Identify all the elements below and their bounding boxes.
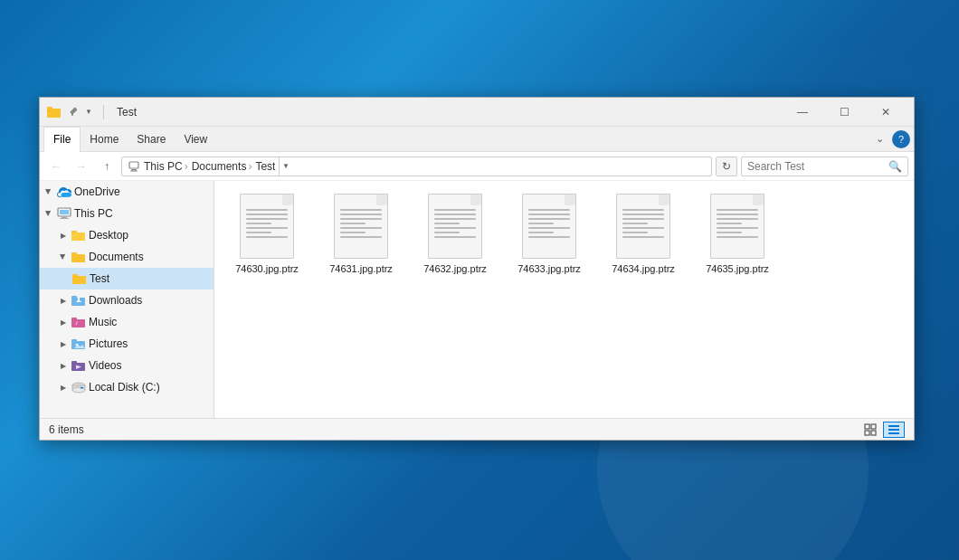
sidebar-item-test[interactable]: Test — [40, 268, 214, 289]
svg-rect-36 — [81, 387, 83, 389]
svg-rect-40 — [871, 431, 876, 435]
thispc-expand-icon: ▶ — [43, 208, 54, 219]
disk-expand-icon: ▶ — [58, 382, 69, 393]
maximize-button[interactable]: ☐ — [823, 98, 865, 127]
file-item-5[interactable]: 74635.jpg.ptrz — [694, 190, 781, 279]
file-icon-3 — [522, 194, 576, 259]
svg-rect-41 — [888, 425, 899, 427]
menu-tab-share[interactable]: Share — [128, 127, 175, 152]
test-label: Test — [90, 272, 109, 285]
svg-rect-22 — [78, 298, 80, 300]
local-disk-icon — [71, 380, 86, 394]
title-separator — [103, 105, 104, 119]
file-name-5: 74635.jpg.ptrz — [706, 262, 769, 275]
address-crumb-documents: Documents › — [192, 160, 252, 173]
pictures-label: Pictures — [89, 337, 128, 350]
file-name-2: 74632.jpg.ptrz — [423, 262, 487, 275]
menu-tab-home[interactable]: Home — [81, 127, 128, 152]
file-area: 74630.jpg.ptrz74631.jpg.ptrz74632.jpg.pt… — [214, 181, 914, 418]
file-icon-5 — [710, 194, 764, 259]
forward-button[interactable]: → — [71, 156, 92, 177]
file-icon-2 — [428, 194, 482, 259]
file-item-2[interactable]: 74632.jpg.ptrz — [412, 190, 498, 279]
test-folder-icon — [72, 271, 87, 286]
title-bar: ▼ Test — ☐ ✕ — [40, 98, 914, 127]
sidebar-item-music[interactable]: ▶ ♪ Music — [40, 311, 214, 333]
menu-expand-icon[interactable]: ⌄ — [870, 130, 888, 148]
sidebar-item-thispc[interactable]: ▶ This PC — [40, 203, 214, 224]
title-folder-icon — [47, 105, 62, 119]
pictures-icon — [71, 337, 86, 351]
sidebar-item-local-disk[interactable]: ▶ Local Disk (C:) — [40, 376, 214, 398]
window-title: Test — [117, 106, 782, 119]
sidebar-item-pictures[interactable]: ▶ Pictures — [40, 333, 214, 355]
svg-rect-42 — [888, 429, 899, 431]
svg-rect-31 — [71, 361, 77, 365]
file-name-1: 74631.jpg.ptrz — [329, 262, 393, 275]
close-button[interactable]: ✕ — [865, 98, 907, 127]
file-item-1[interactable]: 74631.jpg.ptrz — [318, 190, 404, 279]
pictures-expand-icon: ▶ — [58, 338, 69, 349]
file-icon-1 — [334, 194, 388, 259]
file-item-0[interactable]: 74630.jpg.ptrz — [223, 190, 310, 279]
title-bar-icons: ▼ — [47, 105, 109, 119]
search-icon[interactable]: 🔍 — [888, 159, 902, 174]
svg-rect-9 — [60, 210, 69, 214]
sidebar-item-desktop[interactable]: ▶ Desktop — [40, 224, 214, 246]
help-button[interactable]: ? — [892, 130, 910, 148]
item-count: 6 items — [49, 423, 859, 436]
svg-rect-3 — [70, 107, 77, 114]
back-button[interactable]: ← — [45, 156, 67, 177]
svg-text:♪: ♪ — [75, 319, 79, 326]
sidebar-item-documents[interactable]: ▶ Documents — [40, 246, 214, 268]
videos-icon — [71, 358, 86, 373]
documents-expand-icon: ▶ — [58, 252, 69, 262]
file-item-4[interactable]: 74634.jpg.ptrz — [600, 190, 687, 279]
downloads-icon — [71, 293, 86, 308]
explorer-window: ▼ Test — ☐ ✕ File Home Share View ⌄ ? ← … — [39, 97, 915, 441]
menu-bar: File Home Share View ⌄ ? — [40, 127, 914, 152]
sidebar-item-downloads[interactable]: ▶ Downloads — [40, 289, 214, 311]
sidebar: ▶ OneDrive ▶ — [40, 181, 214, 418]
sidebar-item-videos[interactable]: ▶ Videos — [40, 355, 214, 376]
svg-rect-16 — [71, 252, 77, 256]
svg-rect-43 — [888, 432, 899, 434]
address-crumb-test: Test — [255, 160, 275, 173]
videos-expand-icon: ▶ — [58, 360, 69, 371]
address-bar[interactable]: This PC › Documents › Test ▼ — [121, 157, 712, 176]
title-pin-icon — [65, 105, 80, 119]
search-input[interactable] — [747, 160, 884, 173]
list-view-button[interactable] — [883, 422, 905, 438]
up-button[interactable]: ↑ — [96, 156, 118, 177]
svg-rect-4 — [71, 112, 73, 116]
minimize-button[interactable]: — — [782, 98, 823, 127]
status-bar: 6 items — [40, 418, 914, 440]
file-icon-0 — [240, 194, 294, 259]
svg-rect-39 — [865, 431, 869, 435]
sidebar-item-onedrive[interactable]: ▶ OneDrive — [40, 181, 214, 203]
window-controls: — ☐ ✕ — [782, 98, 907, 127]
file-item-3[interactable]: 74633.jpg.ptrz — [506, 190, 593, 279]
nav-bar: ← → ↑ This PC › Documents › Test ▼ ↻ — [40, 152, 914, 181]
desktop-expand-icon: ▶ — [58, 230, 69, 241]
menu-bar-right: ⌄ ? — [870, 130, 910, 148]
title-dropdown-icon[interactable]: ▼ — [83, 107, 94, 118]
svg-rect-2 — [47, 107, 52, 110]
svg-rect-6 — [131, 169, 137, 171]
menu-tab-file[interactable]: File — [43, 127, 81, 152]
address-dropdown-icon[interactable]: ▼ — [279, 157, 291, 176]
menu-tab-view[interactable]: View — [175, 127, 216, 152]
svg-rect-27 — [71, 339, 77, 343]
file-icon-4 — [616, 194, 670, 259]
downloads-label: Downloads — [89, 294, 142, 307]
svg-rect-37 — [865, 424, 869, 429]
music-label: Music — [89, 316, 117, 328]
documents-folder-icon — [71, 250, 86, 264]
svg-rect-20 — [71, 296, 77, 299]
grid-view-button[interactable] — [859, 422, 881, 438]
refresh-button[interactable]: ↻ — [716, 157, 737, 176]
svg-rect-18 — [72, 274, 78, 278]
videos-label: Videos — [89, 359, 121, 372]
search-box[interactable]: 🔍 — [741, 157, 908, 176]
address-pc-icon — [128, 160, 140, 173]
